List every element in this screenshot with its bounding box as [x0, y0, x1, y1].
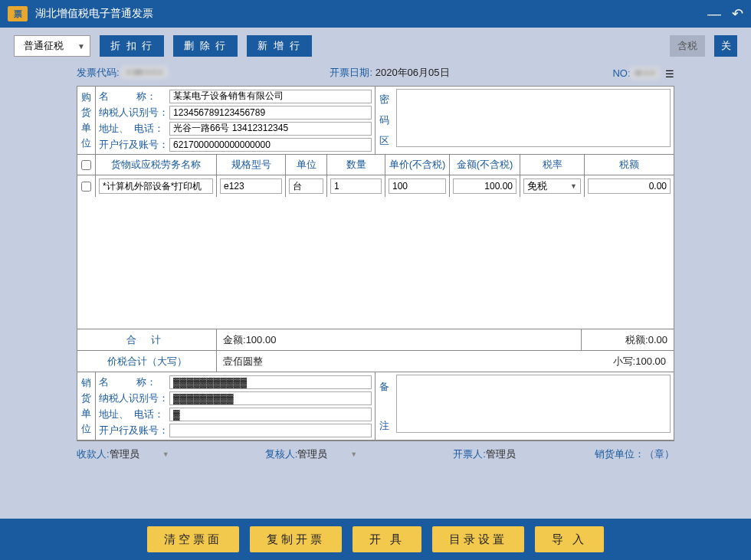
- buyer-name-input[interactable]: [169, 90, 372, 103]
- sum-tax: 税额:0.00: [582, 329, 674, 350]
- item-spec-input[interactable]: [220, 178, 282, 194]
- issue-button[interactable]: 开 具: [353, 526, 421, 552]
- signature-row: 收款人:管理员▼ 复核人:管理员▼ 开票人:管理员 销货单位：（章）: [0, 441, 751, 461]
- issuer-value: 管理员: [486, 447, 516, 461]
- close-button[interactable]: 关: [714, 35, 737, 57]
- back-icon[interactable]: ↶: [732, 5, 743, 22]
- reviewer-label: 复核人:: [265, 447, 298, 461]
- totals-row: 合 计 金额:100.00 税额:0.00: [77, 329, 674, 350]
- col-unit: 单位: [286, 155, 327, 175]
- item-qty-input[interactable]: [330, 178, 382, 194]
- app-logo-icon: 票: [8, 6, 28, 21]
- tax-mode-dropdown[interactable]: 普通征税 ▼: [14, 35, 90, 57]
- invoice-no-value: •• • •: [631, 67, 659, 79]
- invoice-code-value: • ••• • • •: [122, 67, 166, 78]
- item-name-input[interactable]: [99, 178, 213, 194]
- select-all-checkbox[interactable]: [81, 160, 91, 170]
- seller-section: 销货单位 名 称：▓▓▓▓▓▓▓▓▓▓▓ 纳税人识别号：▓▓▓▓▓▓▓▓▓ 地址…: [77, 372, 674, 440]
- titlebar: 票 湖北增值税电子普通发票 — ↶: [0, 0, 751, 28]
- bottom-toolbar: 清空票面 复制开票 开 具 目录设置 导 入: [0, 519, 751, 560]
- minimize-icon[interactable]: —: [707, 6, 721, 22]
- password-area[interactable]: [396, 89, 671, 147]
- sum-amount: 金额:100.00: [217, 329, 582, 350]
- seller-vlabel: 销货单位: [77, 372, 96, 440]
- seller-taxid-value: ▓▓▓▓▓▓▓▓▓: [169, 391, 372, 405]
- buyer-section: 购货单位 名 称： 纳税人识别号： 地址、 电话： 开户行及账号： 密码区: [77, 87, 674, 155]
- col-name: 货物或应税劳务名称: [96, 155, 217, 175]
- grand-label: 价税合计（大写）: [77, 351, 217, 372]
- info-bar: 发票代码: • ••• • • • 开票日期: 2020年06月05日 NO: …: [0, 63, 751, 86]
- items-grid: 货物或应税劳务名称 规格型号 单位 数量 单价(不含税) 金额(不含税) 税率 …: [77, 155, 674, 372]
- catalog-button[interactable]: 目录设置: [432, 526, 524, 552]
- buyer-vlabel: 购货单位: [77, 87, 96, 154]
- item-price-input[interactable]: [389, 178, 446, 194]
- buyer-addr-input[interactable]: [169, 122, 372, 136]
- seller-name-value: ▓▓▓▓▓▓▓▓▓▓▓: [169, 375, 372, 389]
- buyer-name-label: 名 称：: [99, 90, 169, 103]
- grand-total-row: 价税合计（大写） 壹佰圆整 小写:100.00: [77, 350, 674, 372]
- invoice-no-label: NO:: [612, 67, 630, 79]
- row-checkbox[interactable]: [81, 182, 91, 192]
- item-rate-dropdown[interactable]: 免税▼: [523, 178, 581, 194]
- add-row-button[interactable]: 新 增 行: [247, 35, 311, 57]
- col-amt: 金额(不含税): [450, 155, 520, 175]
- issuer-label: 开票人:: [453, 447, 486, 461]
- reviewer-dropdown[interactable]: 管理员▼: [297, 447, 374, 461]
- seller-taxid-label: 纳税人识别号：: [99, 391, 169, 405]
- invoice-panel: 购货单位 名 称： 纳税人识别号： 地址、 电话： 开户行及账号： 密码区 货物…: [77, 86, 674, 441]
- chevron-down-icon: ▼: [570, 182, 577, 190]
- import-button[interactable]: 导 入: [535, 526, 604, 552]
- buyer-taxid-input[interactable]: [169, 106, 372, 120]
- col-spec: 规格型号: [217, 155, 286, 175]
- remark-label: 备注: [375, 372, 393, 440]
- col-tax: 税额: [585, 155, 674, 175]
- seller-addr-label: 地址、 电话：: [99, 408, 169, 421]
- grid-body: 免税▼: [77, 175, 674, 329]
- col-price: 单价(不含税): [385, 155, 450, 175]
- buyer-addr-label: 地址、 电话：: [99, 122, 169, 136]
- item-unit-input[interactable]: [289, 178, 323, 194]
- item-tax-input[interactable]: [588, 178, 671, 194]
- remark-textarea[interactable]: [396, 375, 671, 433]
- seller-stamp-label: 销货单位：（章）: [595, 447, 674, 461]
- item-amt-input[interactable]: [453, 178, 517, 194]
- payee-label: 收款人:: [77, 447, 110, 461]
- list-icon[interactable]: ☰: [665, 68, 674, 77]
- password-area-label: 密码区: [375, 87, 393, 154]
- buyer-bank-label: 开户行及账号：: [99, 138, 169, 152]
- seller-bank-label: 开户行及账号：: [99, 424, 169, 437]
- clear-button[interactable]: 清空票面: [147, 526, 239, 552]
- tax-inclusive-button[interactable]: 含税: [670, 35, 705, 57]
- seller-name-label: 名 称：: [99, 375, 169, 389]
- invoice-code-label: 发票代码:: [77, 67, 120, 78]
- window-title: 湖北增值税电子普通发票: [35, 7, 697, 21]
- grid-header: 货物或应税劳务名称 规格型号 单位 数量 单价(不含税) 金额(不含税) 税率 …: [77, 155, 674, 175]
- grand-sm: 小写:100.00: [607, 351, 674, 372]
- buyer-taxid-label: 纳税人识别号：: [99, 106, 169, 120]
- copy-issue-button[interactable]: 复制开票: [250, 526, 342, 552]
- table-row: 免税▼: [77, 175, 674, 197]
- col-qty: 数量: [327, 155, 385, 175]
- buyer-bank-input[interactable]: [169, 138, 372, 152]
- seller-addr-value: ▓: [169, 408, 372, 421]
- toolbar: 普通征税 ▼ 折 扣 行 删 除 行 新 增 行 含税 关: [0, 28, 751, 63]
- chevron-down-icon: ▼: [77, 42, 85, 51]
- col-rate: 税率: [520, 155, 585, 175]
- invoice-date-label: 开票日期:: [330, 67, 372, 78]
- payee-dropdown[interactable]: 管理员▼: [110, 447, 186, 461]
- delete-row-button[interactable]: 删 除 行: [173, 35, 238, 57]
- grand-cn: 壹佰圆整: [217, 351, 607, 372]
- sum-label: 合 计: [77, 329, 217, 350]
- seller-bank-value: [169, 424, 372, 437]
- discount-row-button[interactable]: 折 扣 行: [100, 35, 164, 57]
- invoice-date-value: 2020年06月05日: [376, 67, 450, 78]
- tax-mode-value: 普通征税: [24, 39, 64, 53]
